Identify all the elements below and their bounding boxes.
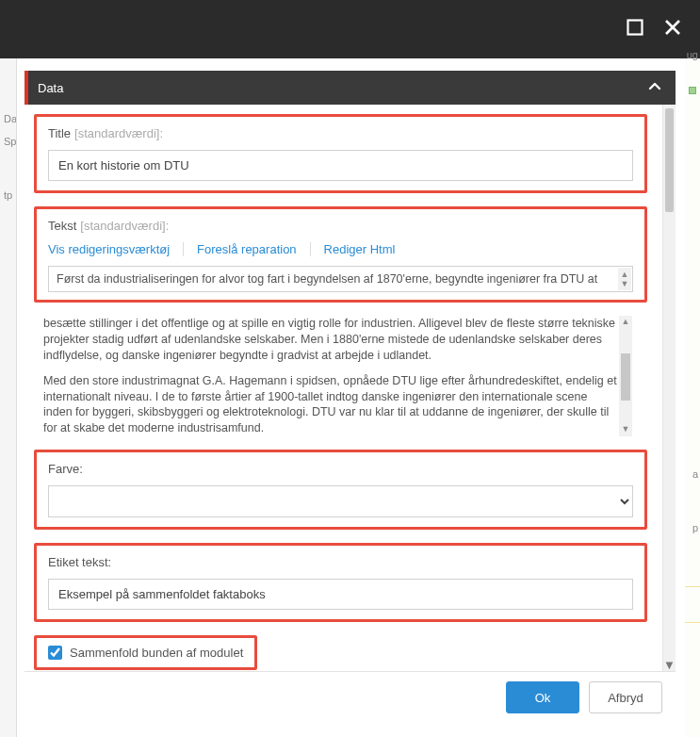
close-icon[interactable] xyxy=(662,17,683,38)
dialog-scrollbar[interactable]: ▲ ▼ xyxy=(662,105,676,671)
show-editor-link[interactable]: Vis redigeringsværktøj xyxy=(48,242,184,256)
title-input[interactable] xyxy=(48,150,633,181)
color-label: Farve: xyxy=(48,462,633,476)
collapse-field-group: Sammenfold bunden af modulet xyxy=(34,635,257,670)
color-select[interactable] xyxy=(48,485,633,517)
rte-toolbar: Vis redigeringsværktøj Foreslå reparatio… xyxy=(48,242,633,256)
dialog: Data Title [standardværdi]: Tekst [stand… xyxy=(24,71,676,723)
scrollbar-thumb[interactable] xyxy=(665,108,674,212)
cancel-button[interactable]: Afbryd xyxy=(589,681,662,713)
panel-body: Title [standardværdi]: Tekst [standardvæ… xyxy=(24,105,662,671)
color-field-group: Farve: xyxy=(34,450,647,530)
rte-scrollbar[interactable]: ▲▼ xyxy=(618,268,631,290)
maximize-icon[interactable] xyxy=(625,17,645,38)
title-field-group: Title [standardværdi]: xyxy=(34,114,647,193)
svg-rect-0 xyxy=(628,21,643,35)
text-label: Tekst [standardværdi]: xyxy=(48,219,633,233)
chevron-up-icon[interactable] xyxy=(647,79,662,97)
collapse-checkbox-row[interactable]: Sammenfold bunden af modulet xyxy=(48,646,243,660)
etiket-field-group: Etiket tekst: xyxy=(34,543,647,622)
collapse-checkbox-label: Sammenfold bunden af modulet xyxy=(70,646,243,660)
background-right-gutter: a p ug xyxy=(685,58,700,737)
overflow-scrollbar[interactable]: ▲ ▼ xyxy=(619,316,632,436)
edit-html-link[interactable]: Rediger Html xyxy=(324,242,409,256)
text-field-group: Tekst [standardværdi]: Vis redigeringsvæ… xyxy=(34,206,647,303)
dialog-footer: Ok Afbryd xyxy=(24,671,676,723)
etiket-label: Etiket tekst: xyxy=(48,555,633,569)
rte-textarea[interactable]: Først da industrialiseringen for alvor t… xyxy=(48,266,633,292)
ok-button[interactable]: Ok xyxy=(506,681,579,713)
suggest-fix-link[interactable]: Foreslå reparation xyxy=(197,242,311,256)
title-label: Title [standardværdi]: xyxy=(48,126,633,140)
collapse-checkbox[interactable] xyxy=(48,646,62,660)
rte-overflow-text: besætte stillinger i det offentlige og a… xyxy=(43,316,632,436)
background-left-gutter: Da Sp tp xyxy=(0,58,17,737)
window-titlebar xyxy=(0,0,700,58)
panel-header[interactable]: Data xyxy=(24,71,676,105)
etiket-input[interactable] xyxy=(48,579,633,610)
panel-title: Data xyxy=(38,81,63,95)
rte-visible-line: Først da industrialiseringen for alvor t… xyxy=(57,272,597,286)
